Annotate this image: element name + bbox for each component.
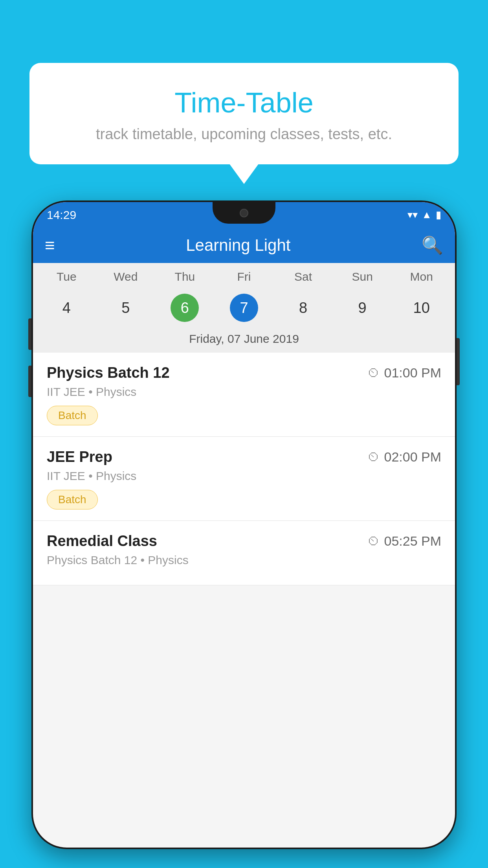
date-6[interactable]: 6 [155,291,215,325]
status-bar: 14:29 ▾▾ ▲ ▮ [33,202,455,228]
clock-icon-2: ⏲ [367,450,380,464]
battery-icon: ▮ [436,209,441,221]
day-thu: Thu [155,270,215,287]
day-tue: Tue [37,270,96,287]
phone-wrapper: 14:29 ▾▾ ▲ ▮ ≡ Learning Light 🔍 Tue [31,200,457,868]
clock-icon-3: ⏲ [367,534,380,548]
item-2-subtitle: IIT JEE • Physics [47,469,441,483]
item-1-time: ⏲ 01:00 PM [367,365,441,381]
day-sun: Sun [333,270,392,287]
item-3-time-text: 05:25 PM [384,533,441,549]
date-7[interactable]: 7 [215,291,274,325]
phone-screen: 14:29 ▾▾ ▲ ▮ ≡ Learning Light 🔍 Tue [33,202,455,848]
signal-icon: ▲ [422,209,432,221]
bubble-subtitle: track timetable, upcoming classes, tests… [49,126,439,143]
search-icon[interactable]: 🔍 [422,235,443,256]
schedule-item-2[interactable]: JEE Prep ⏲ 02:00 PM IIT JEE • Physics Ba… [33,437,455,521]
day-mon: Mon [392,270,451,287]
menu-icon[interactable]: ≡ [45,237,55,254]
bubble-title: Time-Table [49,86,439,119]
speech-bubble: Time-Table track timetable, upcoming cla… [29,63,459,164]
selected-date-label: Friday, 07 June 2019 [33,328,455,353]
status-time: 14:29 [47,208,76,222]
app-title: Learning Light [186,236,290,255]
date-9[interactable]: 9 [333,291,392,325]
phone-frame: 14:29 ▾▾ ▲ ▮ ≡ Learning Light 🔍 Tue [31,200,457,849]
date-selected-circle[interactable]: 7 [230,294,258,322]
schedule-item-1[interactable]: Physics Batch 12 ⏲ 01:00 PM IIT JEE • Ph… [33,353,455,437]
camera [240,209,248,217]
item-3-subtitle: Physics Batch 12 • Physics [47,554,441,567]
item-1-title: Physics Batch 12 [47,364,170,381]
schedule-list: Physics Batch 12 ⏲ 01:00 PM IIT JEE • Ph… [33,353,455,585]
status-icons: ▾▾ ▲ ▮ [407,209,441,221]
item-2-badge: Batch [47,490,98,509]
item-1-header: Physics Batch 12 ⏲ 01:00 PM [47,364,441,381]
power-button [457,338,460,385]
day-fri: Fri [215,270,274,287]
item-2-time: ⏲ 02:00 PM [367,449,441,465]
item-1-subtitle: IIT JEE • Physics [47,385,441,399]
wifi-icon: ▾▾ [407,209,418,221]
volume-button-up [28,318,31,350]
dates-row: 4 5 6 7 8 9 10 [33,287,455,328]
date-8[interactable]: 8 [273,291,333,325]
date-5[interactable]: 5 [96,291,156,325]
item-2-title: JEE Prep [47,449,112,465]
item-3-header: Remedial Class ⏲ 05:25 PM [47,533,441,550]
item-1-badge: Batch [47,406,98,425]
calendar-strip: Tue Wed Thu Fri Sat Sun Mon 4 5 6 7 [33,263,455,353]
volume-button-down [28,366,31,397]
date-today-circle[interactable]: 6 [171,294,199,322]
item-1-time-text: 01:00 PM [384,365,441,381]
item-2-time-text: 02:00 PM [384,449,441,465]
notch [213,202,275,224]
date-4[interactable]: 4 [37,291,96,325]
item-2-header: JEE Prep ⏲ 02:00 PM [47,449,441,465]
day-wed: Wed [96,270,156,287]
nav-bar: ≡ Learning Light 🔍 [33,228,455,263]
date-10[interactable]: 10 [392,291,451,325]
item-3-time: ⏲ 05:25 PM [367,533,441,549]
days-header: Tue Wed Thu Fri Sat Sun Mon [33,270,455,287]
schedule-item-3[interactable]: Remedial Class ⏲ 05:25 PM Physics Batch … [33,521,455,585]
item-3-title: Remedial Class [47,533,157,550]
day-sat: Sat [273,270,333,287]
clock-icon-1: ⏲ [367,366,380,380]
